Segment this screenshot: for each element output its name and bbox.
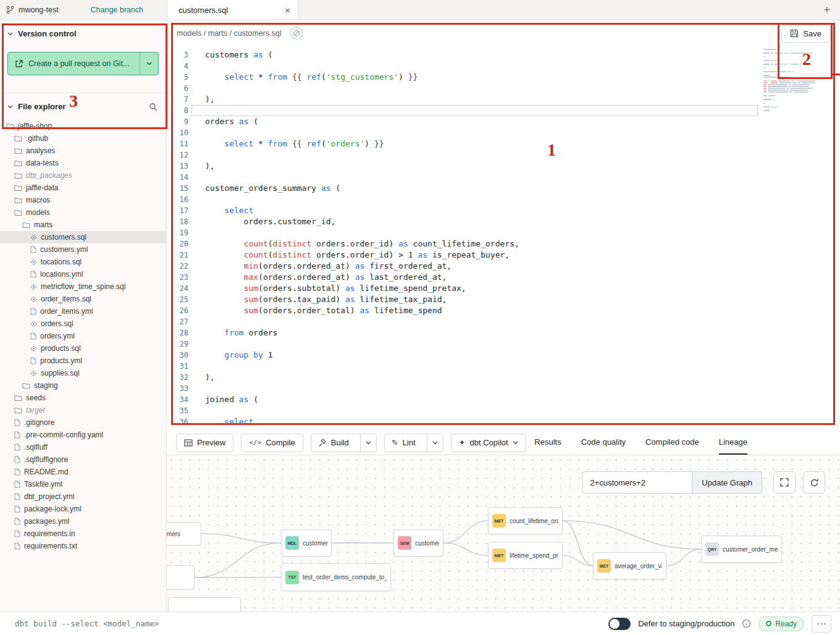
tree-item-.github[interactable]: .github	[0, 132, 166, 145]
code-line-30[interactable]: group by 1	[191, 350, 758, 361]
tree-item-package-lock.yml[interactable]: package-lock.yml	[0, 503, 166, 515]
tree-item-data-tests[interactable]: data-tests	[0, 157, 166, 169]
create-pull-request-main[interactable]: Create a pull request on Git...	[8, 53, 140, 75]
code-line-12[interactable]	[191, 149, 758, 161]
code-line-23[interactable]: max(orders.ordered_at) as last_ordered_a…	[191, 272, 758, 283]
tree-item-dbt_packages[interactable]: dbt_packages	[0, 169, 166, 182]
code-line-14[interactable]	[191, 172, 758, 183]
tree-item-locations.yml[interactable]: locations.yml	[0, 268, 166, 280]
lineage-node-lifetime_spend_pretax[interactable]: METlifetime_spend_pretax	[488, 542, 563, 569]
tab-lineage[interactable]: Lineage	[719, 431, 747, 455]
tree-item-requirements.in[interactable]: requirements.in	[0, 528, 166, 540]
tree-item-.sqlfluffignore[interactable]: .sqlfluffignore	[0, 453, 166, 466]
code-line-29[interactable]	[191, 339, 758, 350]
code-line-13[interactable]: ),	[191, 161, 758, 172]
code-line-34[interactable]: joined as (	[191, 394, 758, 405]
code-line-26[interactable]: sum(orders.order_total) as lifetime_spen…	[191, 305, 758, 316]
tree-item-jaffle-shop[interactable]: jaffle-shop	[0, 120, 166, 132]
more-options-button[interactable]: ⋯	[812, 615, 831, 633]
tree-item-customers.sql[interactable]: customers.sql	[0, 231, 166, 243]
code-line-28[interactable]: from orders	[191, 327, 758, 339]
lineage-node-orders[interactable]: orders	[167, 565, 195, 590]
code-line-4[interactable]	[191, 61, 758, 72]
lineage-selector-input[interactable]	[582, 471, 692, 494]
build-dropdown[interactable]	[360, 434, 376, 452]
search-icon[interactable]	[149, 103, 158, 111]
minimap[interactable]	[763, 49, 815, 112]
tree-item-.gitignore[interactable]: .gitignore	[0, 416, 166, 429]
tree-item-dbt_project.yml[interactable]: dbt_project.yml	[0, 490, 166, 503]
code-editor[interactable]: 3456789101112131415161718192021222324252…	[167, 46, 840, 431]
tree-item-locations.sql[interactable]: locations.sql	[0, 256, 166, 268]
lineage-node-customer_order_metrics[interactable]: QRYcustomer_order_metrics	[701, 536, 782, 563]
code-line-22[interactable]: min(orders.ordered_at) as first_ordered_…	[191, 261, 758, 272]
tab-customers-sql[interactable]: customers.sql ×	[167, 0, 298, 20]
code-line-8[interactable]	[191, 105, 758, 116]
tree-item-.sqlfluff[interactable]: .sqlfluff	[0, 441, 166, 453]
version-control-header[interactable]: Version control	[0, 29, 166, 38]
code-line-19[interactable]	[191, 227, 758, 238]
tree-item-README.md[interactable]: README.md	[0, 466, 166, 478]
lint-dropdown[interactable]	[427, 434, 443, 452]
code-line-17[interactable]: select	[191, 205, 758, 216]
change-branch-link[interactable]: Change branch	[91, 6, 143, 14]
tree-item-orders.sql[interactable]: orders.sql	[0, 318, 166, 330]
code-line-3[interactable]: customers as (	[191, 49, 758, 61]
lineage-node-customers_mdl[interactable]: MDLcustomers	[281, 529, 332, 557]
code-line-16[interactable]	[191, 194, 758, 205]
file-explorer-header[interactable]: File explorer	[0, 93, 166, 117]
code-line-32[interactable]: ),	[191, 372, 758, 383]
code-line-24[interactable]: sum(orders.subtotal) as lifetime_spend_p…	[191, 283, 758, 294]
lineage-panel[interactable]: stg_customersordersMDLcustomersSEMcustom…	[167, 455, 840, 612]
tab-compiled-code[interactable]: Compiled code	[645, 431, 699, 455]
build-button[interactable]: Build	[311, 434, 377, 452]
preview-button[interactable]: Preview	[176, 434, 233, 452]
code-line-5[interactable]: select * from {{ ref('stg_customers') }}	[191, 72, 758, 83]
create-pull-request-button[interactable]: Create a pull request on Git...	[7, 52, 159, 75]
compile-button[interactable]: </> Compile	[241, 434, 303, 452]
lineage-node-count_lifetime_orders[interactable]: METcount_lifetime_orders	[488, 507, 563, 534]
lineage-node-stg_customers[interactable]: stg_customers	[167, 522, 201, 545]
lint-main[interactable]: ✎ Lint	[385, 434, 422, 452]
code-line-18[interactable]: orders.customer_id,	[191, 216, 758, 227]
editor-assist-icon[interactable]	[289, 26, 304, 41]
tree-item-target[interactable]: target	[0, 404, 166, 416]
code-line-10[interactable]	[191, 127, 758, 138]
tree-item-order_items.yml[interactable]: order_items.yml	[0, 305, 166, 318]
code-line-35[interactable]	[191, 405, 758, 416]
tree-item-macros[interactable]: macros	[0, 194, 166, 206]
tree-item-jaffle-data[interactable]: jaffle-data	[0, 182, 166, 194]
code-line-9[interactable]: orders as (	[191, 116, 758, 127]
lineage-node-average_order_value[interactable]: METaverage_order_value	[593, 552, 666, 579]
tab-code-quality[interactable]: Code quality	[581, 431, 626, 455]
status-badge[interactable]: Ready	[758, 616, 804, 631]
code-line-33[interactable]	[191, 383, 758, 394]
lineage-node-partial_node[interactable]	[168, 597, 241, 612]
defer-toggle[interactable]	[608, 618, 631, 630]
lineage-node-test_order_items[interactable]: TSTtest_order_items_compute_to_bools...	[281, 563, 391, 591]
tab-results[interactable]: Results	[534, 431, 561, 455]
code-line-25[interactable]: sum(orders.tax_paid) as lifetime_tax_pai…	[191, 294, 758, 305]
lineage-node-customers_sem[interactable]: SEMcustomers	[393, 529, 443, 557]
build-main[interactable]: Build	[311, 434, 356, 452]
tree-item-packages.yml[interactable]: packages.yml	[0, 515, 166, 528]
code-line-31[interactable]	[191, 361, 758, 372]
tree-item-marts[interactable]: marts	[0, 219, 166, 231]
tree-item-products.sql[interactable]: products.sql	[0, 342, 166, 355]
tree-item-customers.yml[interactable]: customers.yml	[0, 243, 166, 256]
lint-button[interactable]: ✎ Lint	[384, 434, 443, 452]
code-line-15[interactable]: customer_orders_summary as (	[191, 183, 758, 194]
code-lines[interactable]: customers as ( select * from {{ ref('stg…	[191, 49, 758, 427]
tree-item-models[interactable]: models	[0, 206, 166, 219]
close-icon[interactable]: ×	[285, 6, 290, 15]
tree-item-supplies.sql[interactable]: supplies.sql	[0, 367, 166, 379]
code-line-21[interactable]: count(distinct orders.order_id) > 1 as i…	[191, 250, 758, 261]
pull-request-dropdown[interactable]	[140, 53, 158, 75]
tree-item-analyses[interactable]: analyses	[0, 145, 166, 157]
tree-item-order_items.sql[interactable]: order_items.sql	[0, 293, 166, 305]
tree-item-requirements.txt[interactable]: requirements.txt	[0, 540, 166, 552]
code-line-7[interactable]: ),	[191, 94, 758, 105]
tree-item-.pre-commit-config.yaml[interactable]: .pre-commit-config.yaml	[0, 429, 166, 441]
tree-item-seeds[interactable]: seeds	[0, 392, 166, 404]
code-line-20[interactable]: count(distinct orders.order_id) as count…	[191, 238, 758, 250]
